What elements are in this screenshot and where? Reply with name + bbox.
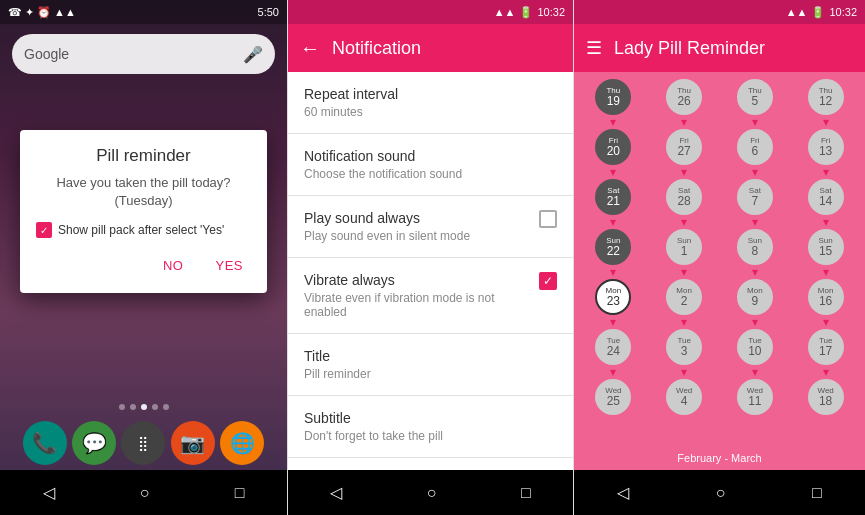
cal-day-3-5[interactable]: Tue17 (808, 329, 844, 365)
cal-day-2-1[interactable]: Fri6 (737, 129, 773, 165)
cal-day-1-3[interactable]: Sun1 (666, 229, 702, 265)
cal-day-3-1[interactable]: Fri13 (808, 129, 844, 165)
day-num-3-5: 17 (819, 345, 832, 357)
cal-day-1-4[interactable]: Mon2 (666, 279, 702, 315)
camera-app-icon[interactable]: 📷 (171, 421, 215, 465)
day-wrapper-3-2: Sat14▾ (790, 178, 861, 228)
cal-toolbar-title: Lady Pill Reminder (614, 38, 853, 59)
back-nav-home[interactable]: ◁ (43, 483, 55, 502)
cal-day-3-6[interactable]: Wed18 (808, 379, 844, 415)
cal-day-0-6[interactable]: Wed25 (595, 379, 631, 415)
yes-button[interactable]: YES (207, 254, 251, 277)
cal-day-3-4[interactable]: Mon16 (808, 279, 844, 315)
cal-day-0-0[interactable]: Thu19 (595, 79, 631, 115)
arrow-2-4: ▾ (752, 316, 758, 328)
day-wrapper-1-0: Thu26▾ (649, 78, 720, 128)
day-num-1-6: 4 (681, 395, 688, 407)
title-label: Title (304, 348, 557, 364)
cal-day-1-6[interactable]: Wed4 (666, 379, 702, 415)
vibrate-label: Vibrate always (304, 272, 527, 288)
day-wrapper-3-0: Thu12▾ (790, 78, 861, 128)
arrow-0-3: ▾ (610, 266, 616, 278)
notif-back-button[interactable]: ← (300, 37, 320, 60)
mic-icon[interactable]: 🎤 (243, 45, 263, 64)
signal-icon: ▲▲ (54, 6, 76, 18)
cal-day-0-2[interactable]: Sat21 (595, 179, 631, 215)
notif-nav-bar: ◁ ○ □ (288, 470, 573, 515)
cal-day-0-1[interactable]: Fri20 (595, 129, 631, 165)
arrow-1-0: ▾ (681, 116, 687, 128)
recents-nav-home[interactable]: □ (235, 484, 245, 502)
no-button[interactable]: NO (155, 254, 192, 277)
vibrate-checkbox[interactable]: ✓ (539, 272, 557, 290)
cal-day-2-2[interactable]: Sat7 (737, 179, 773, 215)
arrow-1-2: ▾ (681, 216, 687, 228)
menu-icon[interactable]: ☰ (586, 37, 602, 59)
home-nav-cal[interactable]: ○ (716, 484, 726, 502)
cal-day-2-0[interactable]: Thu5 (737, 79, 773, 115)
google-label: Google (24, 46, 69, 62)
notification-sound-sub: Choose the notification sound (304, 167, 557, 181)
phone-app-icon[interactable]: 📞 (23, 421, 67, 465)
day-wrapper-2-0: Thu5▾ (720, 78, 791, 128)
cal-day-3-2[interactable]: Sat14 (808, 179, 844, 215)
play-sound-section[interactable]: Play sound always Play sound even in sil… (288, 196, 573, 258)
show-pill-pack-checkbox[interactable]: ✓ (36, 222, 52, 238)
notification-sound-label: Notification sound (304, 148, 557, 164)
icon-section[interactable]: Icon (288, 458, 573, 470)
recents-nav-cal[interactable]: □ (812, 484, 822, 502)
cal-day-0-4[interactable]: Mon23 (595, 279, 631, 315)
cal-day-1-5[interactable]: Tue3 (666, 329, 702, 365)
subtitle-section[interactable]: Subtitle Don't forget to take the pill (288, 396, 573, 458)
cal-battery-icon: 🔋 (811, 6, 825, 19)
vibrate-control: ✓ (539, 272, 557, 290)
repeat-interval-section[interactable]: Repeat interval 60 minutes (288, 72, 573, 134)
cal-time: 10:32 (829, 6, 857, 18)
cal-day-3-0[interactable]: Thu12 (808, 79, 844, 115)
day-wrapper-0-5: Tue24▾ (578, 328, 649, 378)
day-num-0-5: 24 (607, 345, 620, 357)
vibrate-section[interactable]: Vibrate always Vibrate even if vibration… (288, 258, 573, 334)
apps-icon[interactable]: ⣿ (121, 421, 165, 465)
day-wrapper-1-4: Mon2▾ (649, 278, 720, 328)
cal-day-2-3[interactable]: Sun8 (737, 229, 773, 265)
cal-day-0-3[interactable]: Sun22 (595, 229, 631, 265)
cal-day-2-6[interactable]: Wed11 (737, 379, 773, 415)
day-wrapper-0-3: Sun22▾ (578, 228, 649, 278)
cal-day-0-5[interactable]: Tue24 (595, 329, 631, 365)
day-wrapper-3-4: Mon16▾ (790, 278, 861, 328)
day-wrapper-1-3: Sun1▾ (649, 228, 720, 278)
cal-day-3-3[interactable]: Sun15 (808, 229, 844, 265)
back-nav-cal[interactable]: ◁ (617, 483, 629, 502)
notif-content: Repeat interval 60 minutes Notification … (288, 72, 573, 470)
cal-day-1-0[interactable]: Thu26 (666, 79, 702, 115)
home-nav-notif[interactable]: ○ (427, 484, 437, 502)
call-icon: ☎ (8, 6, 22, 19)
arrow-3-2: ▾ (823, 216, 829, 228)
day-num-1-2: 28 (677, 195, 690, 207)
cal-day-1-1[interactable]: Fri27 (666, 129, 702, 165)
home-nav-home[interactable]: ○ (140, 484, 150, 502)
arrow-2-3: ▾ (752, 266, 758, 278)
play-sound-text: Play sound always Play sound even in sil… (304, 210, 527, 243)
cal-day-2-5[interactable]: Tue10 (737, 329, 773, 365)
dot-5 (163, 404, 169, 410)
google-search-bar[interactable]: Google 🎤 (12, 34, 275, 74)
title-section[interactable]: Title Pill reminder (288, 334, 573, 396)
play-sound-checkbox[interactable] (539, 210, 557, 228)
cal-day-1-2[interactable]: Sat28 (666, 179, 702, 215)
back-nav-notif[interactable]: ◁ (330, 483, 342, 502)
dialog-message: Have you taken the pill today? (Tuesday) (36, 174, 251, 210)
dot-4 (152, 404, 158, 410)
cal-day-2-4[interactable]: Mon9 (737, 279, 773, 315)
hangouts-app-icon[interactable]: 💬 (72, 421, 116, 465)
notif-time: 10:32 (537, 6, 565, 18)
notification-sound-section[interactable]: Notification sound Choose the notificati… (288, 134, 573, 196)
recents-nav-notif[interactable]: □ (521, 484, 531, 502)
bluetooth-icon: ✦ (25, 6, 34, 19)
day-num-3-2: 14 (819, 195, 832, 207)
chrome-app-icon[interactable]: 🌐 (220, 421, 264, 465)
checkbox-label: Show pill pack after select 'Yes' (58, 223, 224, 237)
day-wrapper-2-2: Sat7▾ (720, 178, 791, 228)
cal-status-bar: ▲▲ 🔋 10:32 (574, 0, 865, 24)
